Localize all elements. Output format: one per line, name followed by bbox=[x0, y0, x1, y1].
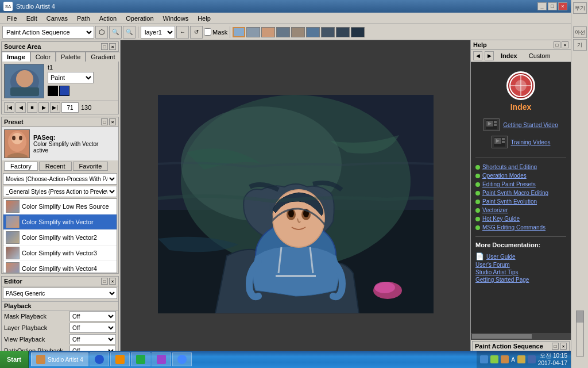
help-section-label-4[interactable]: Paint Synth Evolution bbox=[482, 198, 537, 205]
help-section-label-0[interactable]: Shortcuts and Editing bbox=[482, 164, 537, 170]
help-section-7[interactable]: MSG Editing Commands bbox=[475, 223, 566, 232]
menu-file[interactable]: File bbox=[2, 14, 22, 23]
help-section-label-6[interactable]: Hot Key Guide bbox=[482, 216, 520, 222]
help-forward[interactable]: ▶ bbox=[485, 51, 494, 60]
help-section-label-7[interactable]: MSG Editing Commands bbox=[482, 224, 546, 231]
layer-select[interactable]: layer1 bbox=[141, 26, 175, 39]
tool-arrow2[interactable]: ↺ bbox=[190, 26, 203, 39]
start-button[interactable]: Start bbox=[0, 351, 29, 368]
help-doc-label-0[interactable]: User Guide bbox=[486, 254, 516, 260]
help-doc-1[interactable]: User's Forum bbox=[475, 261, 566, 269]
editor-restore[interactable]: □ bbox=[101, 278, 108, 285]
help-section-4[interactable]: Paint Synth Evolution bbox=[475, 197, 566, 206]
tab-palette[interactable]: Palette bbox=[56, 52, 86, 62]
preset-tab-recent[interactable]: Recent bbox=[39, 162, 72, 171]
menu-help[interactable]: Help bbox=[193, 14, 215, 23]
help-doc-label-2[interactable]: Studio Artist Tips bbox=[475, 269, 518, 275]
pas-close[interactable]: × bbox=[560, 343, 567, 350]
source-area-restore[interactable]: □ bbox=[101, 43, 108, 50]
swatch-black[interactable] bbox=[48, 86, 58, 96]
preset-item-1[interactable]: Color Simplify with Vector bbox=[3, 214, 117, 230]
frame-stop[interactable]: ■ bbox=[27, 102, 37, 113]
source-area-close[interactable]: × bbox=[109, 43, 116, 50]
help-link-label-1[interactable]: Training Videos bbox=[511, 139, 551, 145]
thumb-1[interactable] bbox=[246, 27, 260, 37]
editor-select-2[interactable]: Off bbox=[69, 334, 116, 344]
help-section-0[interactable]: Shortcuts and Editing bbox=[475, 163, 566, 171]
help-section-label-2[interactable]: Editing Paint Presets bbox=[482, 181, 536, 187]
menu-operation[interactable]: Operation bbox=[121, 14, 158, 23]
help-section-1[interactable]: Operation Modes bbox=[475, 171, 566, 180]
help-doc-label-1[interactable]: User's Forum bbox=[475, 262, 510, 268]
taskbar-item-3[interactable] bbox=[131, 352, 150, 366]
right-panel-btn[interactable]: 부기 bbox=[573, 2, 587, 14]
help-doc-label-3[interactable]: Getting Started Page bbox=[475, 277, 529, 283]
help-tab-index[interactable]: Index bbox=[496, 51, 522, 60]
taskbar-item-1[interactable] bbox=[90, 352, 109, 366]
tab-gradient[interactable]: Gradient bbox=[86, 52, 120, 62]
menu-canvas[interactable]: Canvas bbox=[42, 14, 72, 23]
swatch-blue[interactable] bbox=[59, 86, 69, 96]
right-panel-btn3[interactable]: 기 bbox=[573, 39, 587, 51]
thumb-7[interactable] bbox=[336, 27, 350, 37]
taskbar-item-2[interactable] bbox=[110, 352, 130, 366]
thumb-color[interactable] bbox=[233, 27, 245, 37]
help-section-label-5[interactable]: Vectorizer bbox=[482, 207, 508, 213]
menu-windows[interactable]: Windows bbox=[158, 14, 194, 23]
help-doc-0[interactable]: 📄 User Guide bbox=[475, 252, 566, 261]
menu-action[interactable]: Action bbox=[95, 14, 122, 23]
help-doc-2[interactable]: Studio Artist Tips bbox=[475, 269, 566, 276]
preset-tab-favorite[interactable]: Favorite bbox=[73, 162, 109, 171]
mode-select[interactable]: Paint Action Sequence bbox=[2, 26, 94, 39]
editor-select-1[interactable]: Off bbox=[69, 323, 116, 333]
tool-btn-3[interactable]: 🔍 bbox=[123, 26, 136, 39]
help-link-0[interactable]: Getting Started Video bbox=[481, 116, 560, 133]
help-doc-3[interactable]: Getting Started Page bbox=[475, 276, 566, 283]
help-tab-custom[interactable]: Custom bbox=[524, 51, 555, 60]
preset-style-dropdown[interactable]: _General Styles (Press Action to Preview bbox=[3, 186, 117, 197]
thumb-8[interactable] bbox=[351, 27, 365, 37]
frame-start[interactable]: |◀ bbox=[4, 102, 14, 113]
preset-item-4[interactable]: Color Simplify with Vector4 bbox=[3, 261, 117, 273]
preset-close[interactable]: × bbox=[109, 118, 116, 125]
help-section-2[interactable]: Editing Paint Presets bbox=[475, 180, 566, 189]
frame-prev[interactable]: ◀ bbox=[16, 102, 26, 113]
tool-arrow[interactable]: ← bbox=[176, 26, 189, 39]
help-section-3[interactable]: Paint Synth Macro Editing bbox=[475, 189, 566, 197]
tool-btn-1[interactable]: ⬡ bbox=[95, 26, 108, 39]
tool-btn-2[interactable]: 🔍 bbox=[109, 26, 122, 39]
preset-item-0[interactable]: Color Simplify Low Res Source bbox=[3, 199, 117, 214]
frame-next[interactable]: ▶ bbox=[38, 102, 49, 113]
help-section-label-1[interactable]: Operation Modes bbox=[482, 172, 527, 179]
taskbar-item-0[interactable]: Studio Artist 4 bbox=[31, 352, 88, 366]
preset-item-2[interactable]: Color Simplify with Vector2 bbox=[3, 230, 117, 246]
help-section-5[interactable]: Vectorizer bbox=[475, 206, 566, 214]
help-link-label-0[interactable]: Getting Started Video bbox=[503, 122, 558, 128]
preset-tab-factory[interactable]: Factory bbox=[4, 162, 38, 171]
thumb-4[interactable] bbox=[291, 27, 305, 37]
taskbar-item-4[interactable] bbox=[152, 352, 171, 366]
canvas-area[interactable] bbox=[121, 40, 470, 368]
help-section-6[interactable]: Hot Key Guide bbox=[475, 214, 566, 223]
frame-number[interactable]: 71 bbox=[61, 102, 79, 113]
help-section-label-3[interactable]: Paint Synth Macro Editing bbox=[482, 190, 548, 196]
mask-check-input[interactable] bbox=[204, 28, 211, 36]
thumb-2[interactable] bbox=[261, 27, 275, 37]
maximize-btn[interactable]: □ bbox=[548, 2, 557, 10]
preset-restore[interactable]: □ bbox=[101, 118, 108, 125]
editor-select-0[interactable]: Off bbox=[69, 311, 116, 321]
help-link-1[interactable]: Training Videos bbox=[489, 133, 553, 151]
menu-edit[interactable]: Edit bbox=[22, 14, 42, 23]
frame-end[interactable]: ▶| bbox=[50, 102, 60, 113]
preset-item-3[interactable]: Color Simplify with Vector3 bbox=[3, 246, 117, 261]
help-back[interactable]: ◀ bbox=[473, 51, 482, 60]
taskbar-item-5[interactable] bbox=[172, 352, 192, 366]
menu-path[interactable]: Path bbox=[72, 14, 95, 23]
thumb-3[interactable] bbox=[276, 27, 290, 37]
thumb-6[interactable] bbox=[321, 27, 335, 37]
editor-close[interactable]: × bbox=[109, 278, 116, 285]
editor-generic-select[interactable]: PASeq Generic bbox=[3, 288, 117, 299]
tab-image[interactable]: Image bbox=[2, 52, 30, 62]
preset-category-dropdown[interactable]: Movies (Choose-Action-Process With P/ bbox=[3, 173, 117, 185]
minimize-btn[interactable]: _ bbox=[537, 2, 547, 10]
